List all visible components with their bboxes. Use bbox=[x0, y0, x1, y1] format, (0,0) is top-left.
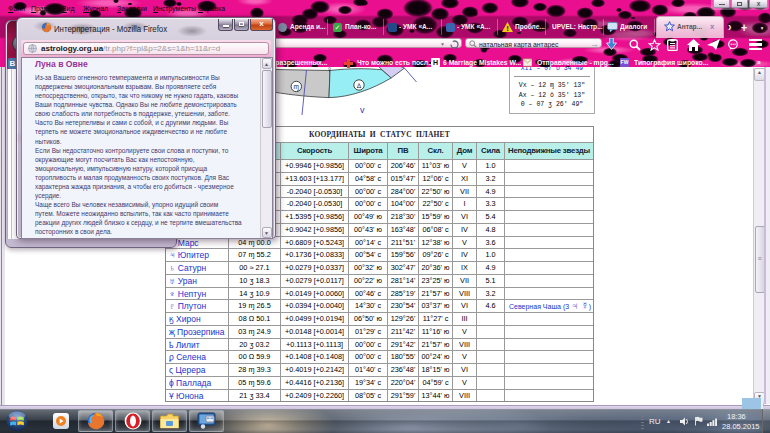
svg-text:ɱ: ɱ bbox=[294, 83, 299, 91]
svg-text:v: v bbox=[360, 105, 365, 115]
svg-text:!: ! bbox=[506, 24, 509, 32]
svg-text:♀: ♀ bbox=[327, 67, 333, 74]
svg-text:∆: ∆ bbox=[357, 82, 361, 89]
